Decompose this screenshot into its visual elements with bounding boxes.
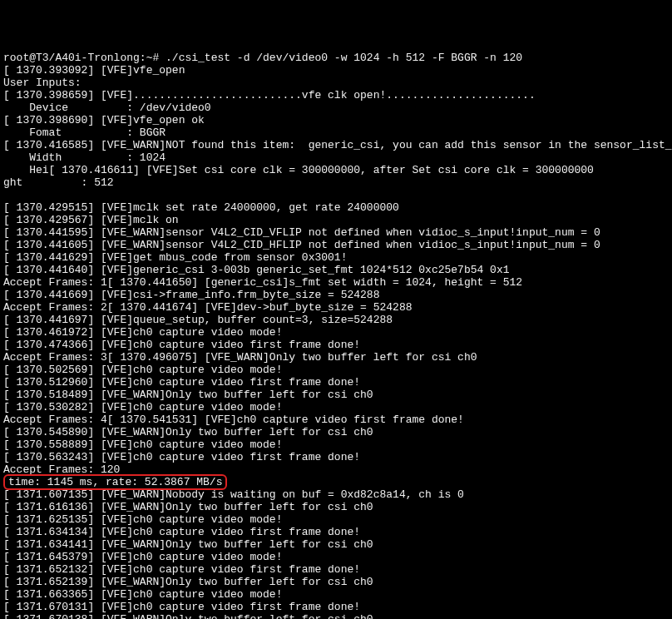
log-line: [ 1370.441697] [VFE]queue_setup, buffer …	[3, 314, 393, 326]
log-line: [ 1370.502569] [VFE]ch0 capture video mo…	[3, 364, 282, 376]
log-line: [ 1370.398659] [VFE]....................…	[3, 89, 536, 102]
log-line: ght : 512	[3, 176, 114, 189]
log-line: [ 1370.441629] [VFE]get mbus_code from s…	[3, 251, 347, 264]
log-line: [ 1371.607135] [VFE_WARN]Nobody is waiti…	[3, 488, 464, 501]
log-line: [ 1370.441595] [VFE_WARN]sensor V4L2_CID…	[3, 226, 600, 239]
log-line: Accept Frames: 3[ 1370.496075] [VFE_WARN…	[3, 351, 477, 364]
log-line: [ 1371.634134] [VFE]ch0 capture video fi…	[3, 526, 360, 538]
command-line: root@T3/A40i-Tronlong:~# ./csi_test -d /…	[3, 52, 522, 64]
log-line: [ 1371.663365] [VFE]ch0 capture video mo…	[3, 588, 282, 601]
log-line: Accept Frames: 2[ 1370.441674] [VFE]dev-…	[3, 301, 412, 314]
log-line: [ 1370.461972] [VFE]ch0 capture video mo…	[3, 326, 282, 339]
log-line: Accept Frames: 4[ 1370.541531] [VFE]ch0 …	[3, 413, 464, 426]
log-line: [ 1370.512960] [VFE]ch0 capture video fi…	[3, 376, 360, 389]
log-line: [ 1370.441605] [VFE_WARN]sensor V4L2_CID…	[3, 239, 600, 251]
log-line: Device : /dev/video0	[3, 102, 211, 114]
log-line: Fomat : BGGR	[3, 126, 166, 139]
log-line: [ 1370.563243] [VFE]ch0 capture video fi…	[3, 451, 360, 463]
log-line: [ 1370.558889] [VFE]ch0 capture video mo…	[3, 438, 282, 451]
log-line: [ 1371.652132] [VFE]ch0 capture video fi…	[3, 563, 360, 576]
log-line: Hei[ 1370.416611] [VFE]Set csi core clk …	[3, 164, 594, 176]
log-line: [ 1371.645379] [VFE]ch0 capture video mo…	[3, 551, 282, 563]
log-line: [ 1370.393092] [VFE]vfe_open	[3, 64, 185, 77]
log-line: [ 1371.625135] [VFE]ch0 capture video mo…	[3, 513, 282, 526]
log-line: [ 1370.416585] [VFE_WARN]NOT found this …	[3, 139, 672, 151]
log-line: Width : 1024	[3, 151, 166, 164]
terminal-output[interactable]: root@T3/A40i-Tronlong:~# ./csi_test -d /…	[0, 50, 672, 619]
log-line: [ 1370.530282] [VFE]ch0 capture video mo…	[3, 401, 282, 413]
log-line: Accept Frames: 1[ 1370.441650] [generic_…	[3, 276, 522, 289]
log-line: [ 1370.474366] [VFE]ch0 capture video fi…	[3, 339, 360, 351]
log-line: [ 1370.429567] [VFE]mclk on	[3, 214, 179, 226]
log-line: User Inputs:	[3, 77, 82, 89]
log-line: [ 1370.441640] [VFE]generic_csi 3-003b g…	[3, 264, 510, 276]
log-line: [ 1371.634141] [VFE_WARN]Only two buffer…	[3, 538, 373, 551]
log-line: [ 1370.518489] [VFE_WARN]Only two buffer…	[3, 389, 373, 401]
log-line: [ 1371.652139] [VFE_WARN]Only two buffer…	[3, 576, 373, 588]
log-line: [ 1371.670138] [VFE_WARN]Only two buffer…	[3, 613, 373, 619]
log-line: [ 1370.545890] [VFE_WARN]Only two buffer…	[3, 426, 373, 438]
log-line: [ 1370.441669] [VFE]csi->frame_info.frm_…	[3, 289, 379, 301]
log-line: [ 1371.670131] [VFE]ch0 capture video fi…	[3, 601, 360, 613]
log-line: [ 1370.429515] [VFE]mclk set rate 240000…	[3, 201, 399, 214]
log-line: [ 1371.616136] [VFE_WARN]Only two buffer…	[3, 501, 373, 513]
log-line: [ 1370.398690] [VFE]vfe_open ok	[3, 114, 205, 126]
